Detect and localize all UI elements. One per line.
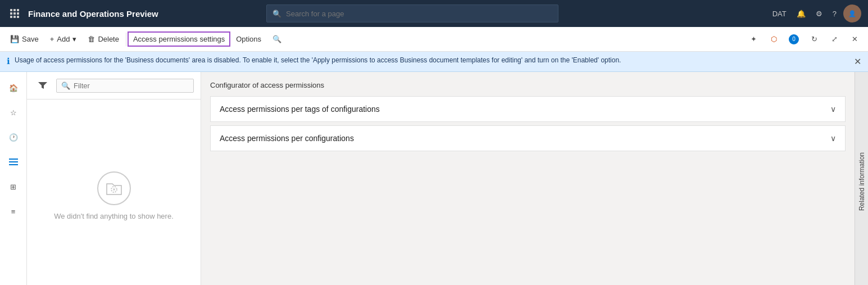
search-input[interactable] [286, 10, 552, 18]
info-banner-close-button[interactable]: ✕ [854, 56, 861, 67]
empty-folder-icon [97, 171, 131, 205]
svg-rect-3 [10, 12, 12, 15]
toolbar: 💾 Save + Add ▾ 🗑 Delete Access permissio… [0, 27, 868, 52]
info-text: Usage of access permissions for the 'Bus… [15, 56, 621, 64]
svg-rect-5 [17, 12, 19, 15]
filter-search-icon: 🔍 [61, 82, 70, 90]
delete-icon: 🗑 [88, 35, 95, 43]
office-icon[interactable]: ⬡ [765, 30, 783, 48]
svg-rect-1 [13, 9, 16, 11]
sidebar-list-icon[interactable] [2, 151, 25, 173]
options-button[interactable]: Options [230, 31, 267, 47]
accordion-configs-label: Access permissions per configurations [220, 134, 354, 143]
add-button[interactable]: + Add ▾ [44, 31, 83, 47]
toolbar-search-icon: 🔍 [272, 35, 281, 43]
related-panel-label: Related information [858, 152, 866, 211]
refresh-icon[interactable]: ↻ [805, 30, 823, 48]
info-banner: ℹ Usage of access permissions for the 'B… [0, 52, 868, 72]
sidebar-home-icon[interactable]: 🏠 [2, 76, 25, 99]
toolbar-right: ✦ ⬡ 0 ↻ ⤢ ✕ [744, 30, 864, 48]
toolbar-search-button[interactable]: 🔍 [267, 31, 287, 47]
user-avatar[interactable]: 👤 [843, 4, 861, 22]
help-icon[interactable]: ? [829, 7, 840, 20]
accordion-configs-chevron-icon: ∨ [830, 134, 836, 143]
filter-content: We didn't find anything to show here. [27, 99, 201, 285]
svg-rect-0 [10, 9, 12, 11]
accordion-configs: Access permissions per configurations ∨ [210, 125, 846, 151]
accordion-configs-header[interactable]: Access permissions per configurations ∨ [211, 126, 845, 151]
add-icon: + [50, 35, 54, 43]
close-icon[interactable]: ✕ [846, 30, 864, 48]
svg-rect-10 [9, 161, 18, 162]
svg-rect-11 [9, 164, 18, 165]
sidebar-recent-icon[interactable]: 🕐 [2, 126, 25, 148]
search-icon: 🔍 [272, 10, 281, 18]
separator [126, 33, 126, 46]
svg-rect-9 [9, 159, 18, 160]
svg-rect-4 [13, 12, 16, 15]
accordion-tags-label: Access permissions per tags of configura… [220, 105, 380, 114]
sidebar-star-icon[interactable]: ☆ [2, 101, 25, 124]
filter-icon[interactable] [34, 76, 52, 94]
access-permissions-settings-button[interactable]: Access permissions settings [128, 31, 230, 47]
svg-rect-7 [13, 16, 16, 18]
related-panel[interactable]: Related information [855, 72, 868, 285]
filter-header: 🔍 [27, 72, 201, 99]
expand-icon[interactable]: ⤢ [825, 30, 843, 48]
top-nav-right: DAT 🔔 ⚙ ? 👤 [769, 4, 861, 22]
filter-input[interactable] [74, 82, 189, 90]
info-icon: ℹ [7, 56, 10, 66]
svg-rect-8 [17, 16, 19, 18]
accordion-tags-header[interactable]: Access permissions per tags of configura… [211, 97, 845, 121]
save-icon: 💾 [10, 35, 19, 43]
sidebar-icons: 🏠 ☆ 🕐 ⊞ ≡ [0, 72, 27, 285]
grid-menu-icon[interactable] [7, 6, 22, 21]
accordion-tags-chevron-icon: ∨ [830, 105, 836, 114]
main-layout: 🏠 ☆ 🕐 ⊞ ≡ 🔍 [0, 72, 868, 285]
save-button[interactable]: 💾 Save [4, 31, 44, 47]
settings-icon[interactable]: ⚙ [812, 7, 826, 20]
svg-rect-2 [17, 9, 19, 11]
add-dropdown-icon: ▾ [72, 35, 76, 43]
empty-state-message: We didn't find anything to show here. [54, 212, 174, 220]
top-nav: Finance and Operations Preview 🔍 DAT 🔔 ⚙… [0, 0, 868, 27]
global-search[interactable]: 🔍 [266, 4, 558, 22]
svg-rect-6 [10, 16, 12, 18]
content-area: Configurator of access permissions Acces… [201, 72, 855, 285]
app-title: Finance and Operations Preview [28, 9, 158, 19]
notification-icon[interactable]: 🔔 [793, 7, 809, 20]
env-label: DAT [769, 7, 790, 20]
sidebar-table-icon[interactable]: ⊞ [2, 175, 25, 198]
filter-search[interactable]: 🔍 [56, 79, 194, 93]
delete-button[interactable]: 🗑 Delete [82, 31, 125, 47]
accordion-tags: Access permissions per tags of configura… [210, 96, 846, 122]
badge-icon[interactable]: 0 [785, 30, 803, 48]
filter-panel: 🔍 We didn't find anything to show here. [27, 72, 201, 285]
sidebar-detail-icon[interactable]: ≡ [2, 200, 25, 223]
content-title: Configurator of access permissions [210, 81, 846, 89]
connector-icon[interactable]: ✦ [744, 30, 762, 48]
